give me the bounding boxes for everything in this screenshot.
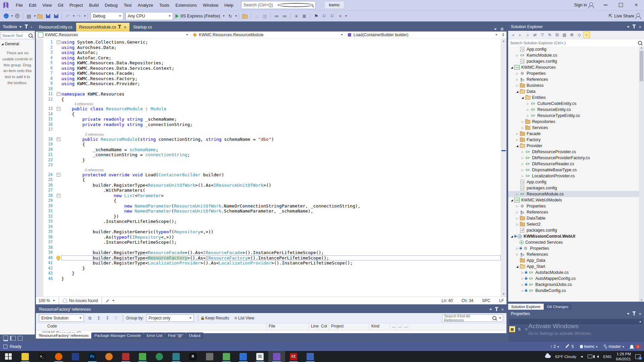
- active-files-dropdown-icon[interactable]: [494, 28, 497, 30]
- fold-margin[interactable]: [55, 122, 61, 127]
- code-line-26[interactable]: 26builder.RegisterType<ResourceUnitOfWor…: [36, 183, 501, 188]
- tree-item-facade[interactable]: ▷Facade: [508, 131, 644, 137]
- code-line-9[interactable]: 9using KWMC.Resources.Provider;: [36, 81, 501, 86]
- fold-margin[interactable]: −: [55, 106, 61, 112]
- menu-item-file[interactable]: File: [13, 0, 26, 10]
- expanded-icon[interactable]: ◢: [509, 235, 514, 238]
- navigate-back-icon[interactable]: ◂: [509, 32, 516, 38]
- tree-item-app-config[interactable]: App.config: [508, 179, 644, 185]
- image-viewer-icon[interactable]: [218, 351, 235, 362]
- code-line-22[interactable]: 22}: [36, 158, 501, 163]
- tree-item-datatable[interactable]: ▷DataTable: [508, 215, 644, 221]
- collapsed-icon[interactable]: ▷: [520, 157, 525, 160]
- collapsed-icon[interactable]: ▷: [515, 211, 520, 214]
- code-line-13[interactable]: 13−public class ResourceModule : Module: [36, 106, 501, 112]
- tree-item-bundleconfig-cs[interactable]: ▷BundleConfig.cs: [508, 288, 644, 294]
- bottom-tab-package-manager-console[interactable]: Package Manager Console: [92, 333, 144, 339]
- code-cleanup-icon[interactable]: [106, 299, 109, 302]
- solution-explorer-search-input[interactable]: Search Solution Explorer (Ctrl+;): [508, 39, 644, 47]
- fold-margin[interactable]: [55, 266, 61, 271]
- code-line-25[interactable]: 25{: [36, 177, 501, 183]
- column-header-line[interactable]: Line: [309, 323, 319, 330]
- code-line-19[interactable]: 19{: [36, 142, 501, 147]
- app-icon-10[interactable]: [151, 351, 168, 362]
- code-line-23[interactable]: 23: [36, 163, 501, 168]
- fold-margin[interactable]: [55, 240, 61, 245]
- branch-button[interactable]: master: [604, 344, 624, 349]
- line-indicator[interactable]: Ln: 40: [442, 298, 453, 303]
- fold-margin[interactable]: [55, 177, 61, 183]
- panel-tab-solution-explorer[interactable]: Solution Explorer: [508, 304, 544, 310]
- menu-item-analyze[interactable]: Analyze: [135, 0, 156, 10]
- code-line-30[interactable]: 30new NamedParameter(ResourceUnitOfWork.…: [36, 203, 501, 209]
- tree-item-repositories[interactable]: ▷Repositories: [508, 119, 644, 125]
- fold-margin[interactable]: −: [55, 92, 61, 97]
- tree-item-business[interactable]: ▷Business: [508, 82, 644, 88]
- code-line-28[interactable]: 28−new List<Parameter>: [36, 193, 501, 198]
- code-line-40[interactable]: 40builder.RegisterType<ResourceFactory>(…: [36, 255, 501, 261]
- home-icon[interactable]: ⌂: [253, 12, 261, 20]
- solution-platform-dropdown[interactable]: Any CPU: [125, 12, 173, 20]
- refresh-browser-icon[interactable]: ↻: [226, 12, 234, 20]
- collapsed-icon[interactable]: ▷: [520, 289, 525, 292]
- scroll-up-icon[interactable]: ▲: [501, 39, 506, 44]
- browse-with-icon[interactable]: [241, 12, 249, 20]
- collapse-icon[interactable]: −: [57, 40, 60, 44]
- space-indicator[interactable]: SPC: [482, 298, 490, 303]
- collapsed-icon[interactable]: ▷: [520, 175, 525, 178]
- tab-startup-cs[interactable]: Startup.cs: [130, 23, 155, 32]
- search-options-dropdown-icon[interactable]: [499, 317, 501, 319]
- pending-changes-filter-icon[interactable]: ▽: [539, 32, 546, 38]
- collapsed-icon[interactable]: ▷: [515, 253, 520, 256]
- toolbox-section-general[interactable]: ◢ General: [0, 40, 35, 48]
- code-line-6[interactable]: 6using KWMC.Resources.Data.Services.Cont…: [36, 66, 501, 71]
- keep-results-toggle[interactable]: Keep Results: [205, 316, 229, 320]
- previous-location-icon[interactable]: ↥: [95, 314, 102, 322]
- code-line-10[interactable]: 10: [36, 86, 501, 92]
- outgoing-commits-button[interactable]: ↑2: [550, 344, 559, 349]
- tree-item-app_start[interactable]: ◢App_Start: [508, 263, 644, 269]
- navigate-forward-icon[interactable]: →: [13, 12, 21, 20]
- tree-item-properties[interactable]: ▷Properties: [508, 203, 644, 209]
- tree-item-disposablebasetype-cs[interactable]: ▷DisposableBaseType.cs: [508, 167, 644, 173]
- bottom-tab--resourcefactory-references[interactable]: 'ResourceFactory' references: [36, 333, 91, 339]
- health-indicator-icon[interactable]: [63, 299, 67, 303]
- breadcrumb-dropdown-icon[interactable]: [186, 34, 188, 36]
- fold-margin[interactable]: [55, 117, 61, 122]
- code-line-20[interactable]: 20_schemaName = schemaName;: [36, 147, 501, 153]
- menu-item-extensions[interactable]: Extensions: [172, 0, 200, 10]
- collapsed-icon[interactable]: ▷: [526, 114, 530, 117]
- undo-icon[interactable]: ↶: [64, 12, 72, 20]
- remove-filters-icon[interactable]: ▽: [112, 314, 120, 322]
- collapse-icon[interactable]: −: [57, 194, 60, 197]
- collapsed-icon[interactable]: ▷: [515, 132, 520, 135]
- tree-item-app-config[interactable]: App.config: [508, 46, 644, 52]
- code-line-36[interactable]: 36.As(typeof(IRepository<,>)): [36, 235, 501, 240]
- menu-item-tools[interactable]: Tools: [156, 0, 172, 10]
- weather-status[interactable]: 63°F Cloudy: [555, 355, 576, 359]
- code-line-39[interactable]: 39builder.RegisterType<ResourceFacade>()…: [36, 250, 501, 255]
- fold-margin[interactable]: −: [55, 172, 61, 178]
- code-line-8[interactable]: 8using KWMC.Resources.Factory;: [36, 76, 501, 81]
- filezilla-icon[interactable]: FZ: [285, 351, 302, 362]
- references-close-icon[interactable]: ×: [501, 307, 504, 312]
- tab-resourcemodule-cs[interactable]: ResourceModule.cs×: [76, 23, 129, 32]
- breadcrumb-csharp-project[interactable]: KWMC.Resources: [36, 32, 191, 38]
- collapse-all-icon[interactable]: ⊟: [554, 32, 560, 38]
- code-line-15[interactable]: 15private readonly string _schemaName;: [36, 117, 501, 122]
- tree-item-references[interactable]: ▷References: [508, 209, 644, 215]
- tree-item-packages-config[interactable]: packages.config: [508, 227, 644, 233]
- column-header-code[interactable]: Code: [36, 323, 267, 330]
- tree-item-localizationprovider-cs[interactable]: ▷LocalizationProvider.cs: [508, 173, 644, 179]
- expanded-icon[interactable]: ◢: [509, 66, 514, 69]
- code-line-29[interactable]: 29{: [36, 198, 501, 203]
- clock[interactable]: 1:28 PM 6/6/2021: [616, 352, 631, 361]
- speaker-icon[interactable]: [597, 355, 599, 358]
- code-line-32[interactable]: 32}): [36, 214, 501, 219]
- network-icon[interactable]: [588, 355, 592, 358]
- fold-margin[interactable]: [55, 55, 61, 61]
- collapsed-icon[interactable]: ▷: [526, 102, 530, 105]
- code-line-31[interactable]: 31new NamedParameter(ResourceUnitOfWork.…: [36, 208, 501, 214]
- fold-margin[interactable]: [55, 219, 61, 224]
- bottom-tab-error-list[interactable]: Error List: [144, 333, 165, 339]
